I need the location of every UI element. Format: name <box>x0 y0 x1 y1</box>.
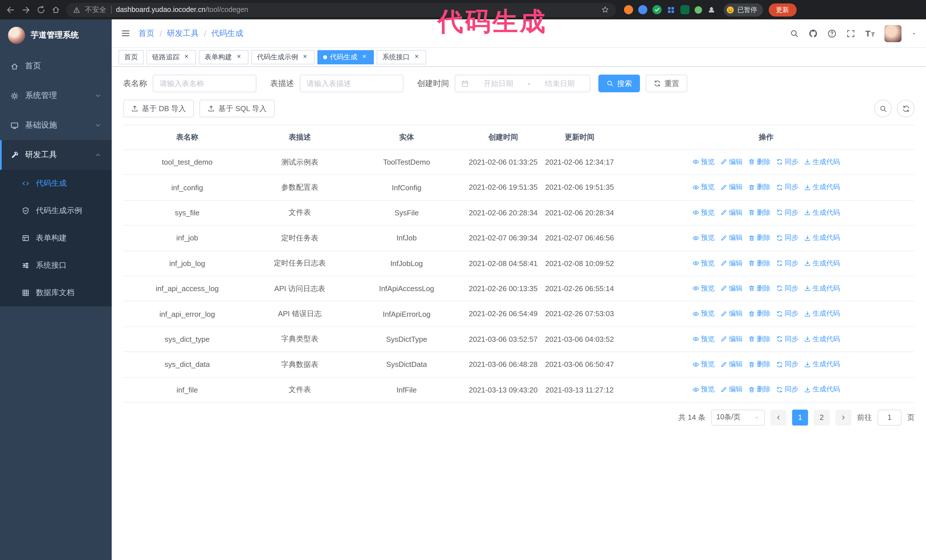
breadcrumb-item-home[interactable]: 首页 <box>138 28 154 38</box>
end-date-placeholder[interactable]: 结束日期 <box>536 78 584 89</box>
search-icon[interactable] <box>790 29 799 38</box>
import-sql-button[interactable]: 基于 SQL 导入 <box>200 100 275 117</box>
sidebar-item-codegen[interactable]: 代码生成 <box>0 170 112 197</box>
generate-code-link[interactable]: 生成代码 <box>804 233 840 243</box>
delete-link[interactable]: 删除 <box>748 284 770 293</box>
refresh-table-button[interactable] <box>897 100 915 117</box>
sidebar-item-codegen-demo[interactable]: 代码生成示例 <box>0 197 112 225</box>
goto-page-input[interactable] <box>878 410 902 426</box>
edit-link[interactable]: 编辑 <box>720 208 743 217</box>
extension-icon[interactable] <box>638 5 648 14</box>
delete-link[interactable]: 删除 <box>748 309 770 319</box>
sidebar-item-form-builder[interactable]: 表单构建 <box>0 225 112 252</box>
close-icon[interactable] <box>301 53 309 61</box>
preview-link[interactable]: 预览 <box>692 385 714 394</box>
search-button[interactable]: 搜索 <box>598 75 640 92</box>
edit-link[interactable]: 编辑 <box>720 284 743 293</box>
delete-link[interactable]: 删除 <box>748 334 770 344</box>
font-size-icon[interactable]: T T <box>865 29 875 38</box>
delete-link[interactable]: 删除 <box>748 385 770 394</box>
reload-icon[interactable] <box>36 5 45 14</box>
extension-icon[interactable] <box>652 5 661 14</box>
tab-form-builder[interactable]: 表单构建 <box>199 50 248 64</box>
preview-link[interactable]: 预览 <box>692 359 714 369</box>
edit-link[interactable]: 编辑 <box>720 258 743 268</box>
sync-link[interactable]: 同步 <box>776 233 798 243</box>
generate-code-link[interactable]: 生成代码 <box>804 309 840 319</box>
sidebar-item-devtools[interactable]: 研发工具 <box>0 140 112 170</box>
generate-code-link[interactable]: 生成代码 <box>804 157 840 167</box>
extension-icon[interactable] <box>624 5 633 14</box>
user-avatar[interactable] <box>884 25 902 42</box>
prev-page-button[interactable] <box>770 410 787 426</box>
edit-link[interactable]: 编辑 <box>720 183 743 192</box>
sync-link[interactable]: 同步 <box>776 208 798 217</box>
puzzle-icon[interactable] <box>707 5 716 14</box>
question-icon[interactable] <box>828 29 837 38</box>
preview-link[interactable]: 预览 <box>692 309 714 319</box>
close-icon[interactable] <box>413 53 421 61</box>
page-button-1[interactable]: 1 <box>792 410 808 426</box>
generate-code-link[interactable]: 生成代码 <box>804 385 840 394</box>
generate-code-link[interactable]: 生成代码 <box>804 183 840 192</box>
home-icon[interactable] <box>51 5 61 14</box>
bookmark-star-icon[interactable] <box>601 6 609 14</box>
sidebar-item-home[interactable]: 首页 <box>0 51 112 81</box>
sidebar-item-db-doc[interactable]: 数据库文档 <box>0 279 112 306</box>
table-name-input[interactable] <box>153 75 256 92</box>
profile-chip[interactable]: 已暂停 <box>724 3 763 16</box>
generate-code-link[interactable]: 生成代码 <box>804 359 840 369</box>
delete-link[interactable]: 删除 <box>748 233 770 243</box>
extension-icon[interactable] <box>667 5 675 14</box>
forward-icon[interactable] <box>21 5 31 15</box>
generate-code-link[interactable]: 生成代码 <box>804 284 840 293</box>
sync-link[interactable]: 同步 <box>776 309 798 319</box>
generate-code-link[interactable]: 生成代码 <box>804 334 840 344</box>
edit-link[interactable]: 编辑 <box>720 359 743 369</box>
delete-link[interactable]: 删除 <box>748 157 770 167</box>
update-button[interactable]: 更新 <box>769 3 796 16</box>
preview-link[interactable]: 预览 <box>692 183 714 192</box>
tab-api[interactable]: 系统接口 <box>377 50 426 64</box>
close-icon[interactable] <box>235 53 243 61</box>
preview-link[interactable]: 预览 <box>692 157 714 167</box>
back-icon[interactable] <box>6 5 15 15</box>
url-text[interactable]: dashboard.yudao.iocoder.cn/tool/codegen <box>116 6 248 14</box>
sidebar-item-api[interactable]: 系统接口 <box>0 252 112 279</box>
close-icon[interactable] <box>360 53 368 61</box>
delete-link[interactable]: 删除 <box>748 208 770 217</box>
date-range-picker[interactable]: 开始日期 - 结束日期 <box>455 75 590 92</box>
delete-link[interactable]: 删除 <box>748 183 770 192</box>
page-size-select[interactable]: 10条/页 <box>711 410 765 426</box>
tab-home[interactable]: 首页 <box>118 50 144 64</box>
caret-down-icon[interactable] <box>911 30 917 36</box>
preview-link[interactable]: 预览 <box>692 284 714 293</box>
edit-link[interactable]: 编辑 <box>720 334 743 344</box>
github-icon[interactable] <box>809 29 818 38</box>
close-icon[interactable] <box>182 53 190 61</box>
preview-link[interactable]: 预览 <box>692 334 714 344</box>
preview-link[interactable]: 预览 <box>692 208 714 217</box>
generate-code-link[interactable]: 生成代码 <box>804 208 840 217</box>
breadcrumb-item-devtools[interactable]: 研发工具 <box>167 28 199 38</box>
sidebar-item-system[interactable]: 系统管理 <box>0 81 112 110</box>
edit-link[interactable]: 编辑 <box>720 233 743 243</box>
preview-link[interactable]: 预览 <box>692 258 714 268</box>
next-page-button[interactable] <box>835 410 851 426</box>
tab-codegen[interactable]: 代码生成 <box>318 50 374 64</box>
sync-link[interactable]: 同步 <box>776 284 798 293</box>
table-desc-input[interactable] <box>300 75 404 92</box>
delete-link[interactable]: 删除 <box>748 258 770 268</box>
edit-link[interactable]: 编辑 <box>720 157 743 167</box>
sync-link[interactable]: 同步 <box>776 359 798 369</box>
reset-button[interactable]: 重置 <box>646 75 687 92</box>
toggle-search-button[interactable] <box>874 100 892 117</box>
generate-code-link[interactable]: 生成代码 <box>804 258 840 268</box>
tab-codegen-demo[interactable]: 代码生成示例 <box>251 50 315 64</box>
sync-link[interactable]: 同步 <box>776 258 798 268</box>
import-db-button[interactable]: 基于 DB 导入 <box>123 100 194 117</box>
sync-link[interactable]: 同步 <box>776 334 798 344</box>
sync-link[interactable]: 同步 <box>776 157 798 167</box>
extension-icon[interactable] <box>680 5 690 14</box>
edit-link[interactable]: 编辑 <box>720 309 743 319</box>
